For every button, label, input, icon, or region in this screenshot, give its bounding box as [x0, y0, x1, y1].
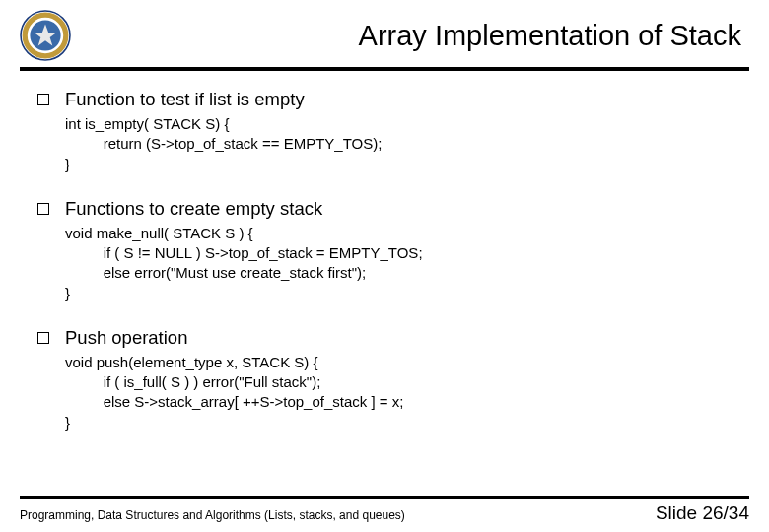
code-block: int is_empty( STACK S) { return (S->top_… — [65, 114, 732, 174]
code-line: void make_null( STACK S ) { — [65, 224, 732, 243]
slide-header: Array Implementation of Stack — [0, 0, 769, 61]
code-line: } — [65, 413, 732, 432]
bullet-item: Functions to create empty stack — [37, 198, 732, 220]
bullet-heading: Functions to create empty stack — [65, 198, 322, 220]
code-line: void push(element_type x, STACK S) { — [65, 353, 732, 372]
code-line: if ( is_full( S ) ) error("Full stack"); — [65, 372, 732, 392]
code-block: void make_null( STACK S ) { if ( S != NU… — [65, 224, 732, 303]
code-line: } — [65, 284, 732, 303]
code-line: } — [65, 155, 732, 174]
footer-divider — [20, 496, 749, 499]
slide-title: Array Implementation of Stack — [71, 20, 749, 52]
square-bullet-icon — [37, 94, 49, 105]
bullet-heading: Push operation — [65, 327, 187, 349]
code-line: else S->stack_array[ ++S->top_of_stack ]… — [65, 392, 732, 412]
code-line: if ( S != NULL ) S->top_of_stack = EMPTY… — [65, 243, 732, 263]
footer-course-title: Programming, Data Structures and Algorit… — [20, 508, 405, 522]
square-bullet-icon — [37, 332, 49, 344]
slide-content: Function to test if list is empty int is… — [0, 71, 769, 432]
code-line: int is_empty( STACK S) { — [65, 114, 732, 134]
slide-footer: Programming, Data Structures and Algorit… — [20, 502, 749, 524]
slide-number: Slide 26/34 — [656, 502, 749, 524]
code-block: void push(element_type x, STACK S) { if … — [65, 353, 732, 432]
code-line: return (S->top_of_stack == EMPTY_TOS); — [65, 134, 732, 154]
code-line: else error("Must use create_stack first"… — [65, 263, 732, 283]
square-bullet-icon — [37, 203, 49, 215]
institution-logo-icon — [20, 10, 71, 61]
bullet-item: Push operation — [37, 327, 732, 349]
bullet-item: Function to test if list is empty — [37, 89, 732, 110]
bullet-heading: Function to test if list is empty — [65, 89, 305, 110]
